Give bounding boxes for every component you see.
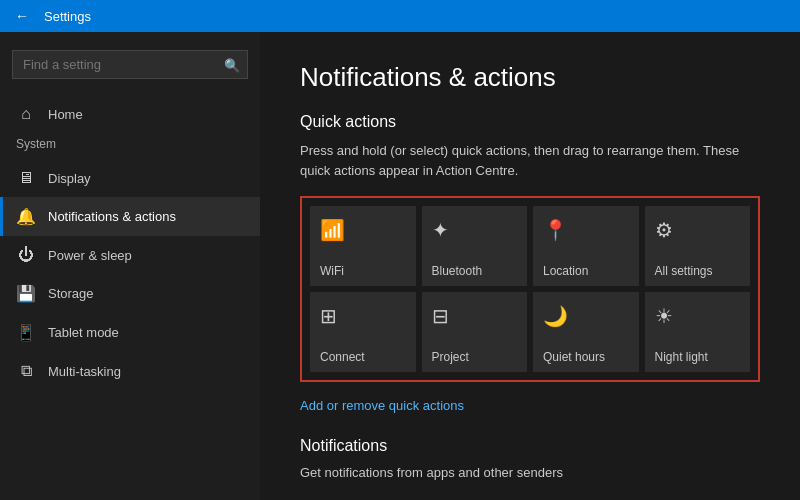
sidebar-item-power[interactable]: ⏻ Power & sleep [0,236,260,274]
notifications-icon: 🔔 [16,207,36,226]
tile-project[interactable]: ⊟ Project [422,292,528,372]
notifications-title: Notifications [300,437,760,455]
wifi-icon: 📶 [320,218,345,242]
sidebar-item-home[interactable]: ⌂ Home [0,95,260,133]
add-remove-link[interactable]: Add or remove quick actions [300,398,760,413]
quick-actions-description: Press and hold (or select) quick actions… [300,141,760,180]
sidebar-item-tablet-label: Tablet mode [48,325,119,340]
page-title: Notifications & actions [300,62,760,93]
notifications-description: Get notifications from apps and other se… [300,465,760,480]
quick-actions-grid: 📶 WiFi ✦ Bluetooth 📍 Location ⚙ All sett… [300,196,760,382]
tile-location-label: Location [543,264,588,278]
sidebar: 🔍 ⌂ Home System 🖥 Display 🔔 Notification… [0,32,260,500]
bluetooth-icon: ✦ [432,218,449,242]
sidebar-item-notifications-label: Notifications & actions [48,209,176,224]
tile-location[interactable]: 📍 Location [533,206,639,286]
location-icon: 📍 [543,218,568,242]
search-box[interactable]: 🔍 [12,50,248,79]
sidebar-item-multitasking-label: Multi-tasking [48,364,121,379]
night-light-icon: ☀ [655,304,673,328]
back-arrow-icon: ← [15,8,29,24]
quick-actions-title: Quick actions [300,113,760,131]
multitasking-icon: ⧉ [16,362,36,380]
sidebar-item-display-label: Display [48,171,91,186]
sidebar-item-home-label: Home [48,107,83,122]
tile-project-label: Project [432,350,469,364]
display-icon: 🖥 [16,169,36,187]
tile-bluetooth-label: Bluetooth [432,264,483,278]
sidebar-item-multitasking[interactable]: ⧉ Multi-tasking [0,352,260,390]
back-button[interactable]: ← [10,4,34,28]
search-input[interactable] [12,50,248,79]
tile-quiet-hours-label: Quiet hours [543,350,605,364]
tile-night-light-label: Night light [655,350,708,364]
all-settings-icon: ⚙ [655,218,673,242]
sidebar-item-notifications[interactable]: 🔔 Notifications & actions [0,197,260,236]
home-icon: ⌂ [16,105,36,123]
sidebar-item-storage-label: Storage [48,286,94,301]
tile-night-light[interactable]: ☀ Night light [645,292,751,372]
main-layout: 🔍 ⌂ Home System 🖥 Display 🔔 Notification… [0,32,800,500]
power-icon: ⏻ [16,246,36,264]
quiet-hours-icon: 🌙 [543,304,568,328]
tile-connect-label: Connect [320,350,365,364]
storage-icon: 💾 [16,284,36,303]
tile-wifi[interactable]: 📶 WiFi [310,206,416,286]
app-title: Settings [44,9,91,24]
title-bar: ← Settings [0,0,800,32]
search-icon: 🔍 [224,57,240,72]
tile-quiet-hours[interactable]: 🌙 Quiet hours [533,292,639,372]
tile-all-settings-label: All settings [655,264,713,278]
tile-connect[interactable]: ⊞ Connect [310,292,416,372]
content-area: Notifications & actions Quick actions Pr… [260,32,800,500]
sidebar-item-display[interactable]: 🖥 Display [0,159,260,197]
tablet-icon: 📱 [16,323,36,342]
sidebar-section-label: System [0,133,260,159]
project-icon: ⊟ [432,304,449,328]
sidebar-item-tablet[interactable]: 📱 Tablet mode [0,313,260,352]
tile-all-settings[interactable]: ⚙ All settings [645,206,751,286]
sidebar-item-power-label: Power & sleep [48,248,132,263]
tile-bluetooth[interactable]: ✦ Bluetooth [422,206,528,286]
sidebar-item-storage[interactable]: 💾 Storage [0,274,260,313]
connect-icon: ⊞ [320,304,337,328]
tile-wifi-label: WiFi [320,264,344,278]
